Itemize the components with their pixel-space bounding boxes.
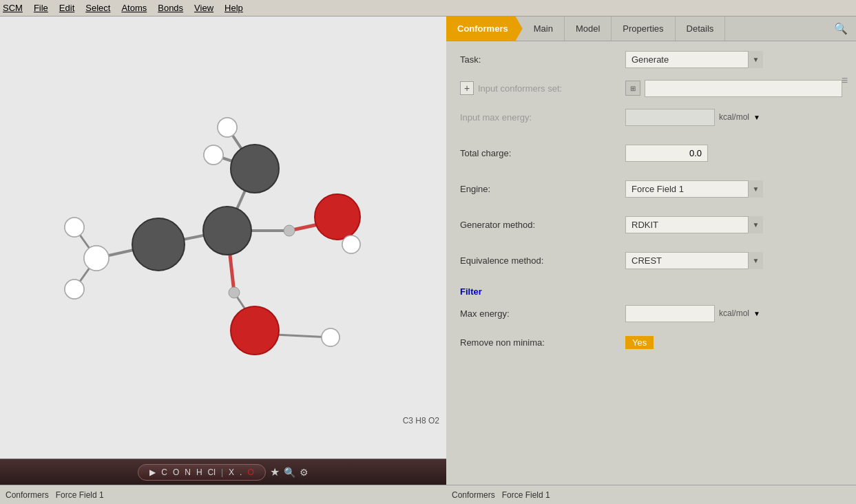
svg-point-26 bbox=[229, 287, 240, 298]
input-max-energy-field[interactable] bbox=[625, 109, 715, 126]
task-control: Generate ▼ bbox=[625, 51, 842, 68]
right-force-field-label: Force Field 1 bbox=[502, 490, 550, 500]
svg-point-34 bbox=[65, 280, 84, 299]
menu-view[interactable]: View bbox=[194, 3, 213, 13]
generator-method-label: Generator method: bbox=[460, 220, 625, 230]
svg-point-28 bbox=[204, 145, 223, 165]
settings-icon[interactable]: ≡ bbox=[842, 74, 848, 87]
menu-scm[interactable]: SCM bbox=[3, 3, 23, 13]
max-energy-control: kcal/mol ▼ bbox=[625, 305, 842, 322]
add-conformer-btn[interactable]: + bbox=[460, 81, 474, 95]
max-energy-field[interactable] bbox=[625, 305, 715, 322]
svg-point-32 bbox=[84, 246, 109, 271]
svg-point-23 bbox=[231, 145, 279, 193]
kcal-dropdown-icon[interactable]: ▼ bbox=[753, 114, 760, 121]
main-container: C3 H8 O2 ▶ C O N H Cl | X . O ★ 🔍 ⚙ Conf… bbox=[0, 17, 856, 504]
right-conformers-label: Conformers bbox=[452, 490, 495, 500]
svg-point-30 bbox=[342, 235, 360, 253]
left-panel: C3 H8 O2 ▶ C O N H Cl | X . O ★ 🔍 ⚙ Conf… bbox=[0, 17, 446, 504]
menu-edit[interactable]: Edit bbox=[59, 3, 74, 13]
menubar: SCM File Edit Select Atoms Bonds View He… bbox=[0, 0, 856, 17]
toolbar-x[interactable]: | bbox=[221, 468, 223, 477]
right-panel: Conformers Main Model Properties Details… bbox=[446, 17, 856, 504]
engine-label: Engine: bbox=[460, 184, 625, 194]
max-energy-row: Max energy: kcal/mol ▼ bbox=[460, 304, 842, 323]
generator-method-row: Generator method: RDKIT ▼ bbox=[460, 215, 842, 234]
toolbar-main-pill[interactable]: ▶ C O N H Cl | X . O bbox=[138, 464, 266, 481]
toolbar-o[interactable]: O bbox=[173, 468, 179, 477]
task-row: Task: Generate ▼ bbox=[460, 50, 842, 69]
svg-point-29 bbox=[218, 118, 237, 137]
equivalence-method-label: Equivalence method: bbox=[460, 255, 625, 266]
generator-select-wrapper: RDKIT ▼ bbox=[625, 216, 763, 233]
engine-control: Force Field 1 ▼ bbox=[625, 180, 842, 198]
remove-non-minima-row: Remove non minima: Yes bbox=[460, 333, 842, 352]
content-area: ≡ Task: Generate ▼ bbox=[446, 41, 856, 485]
menu-help[interactable]: Help bbox=[225, 3, 243, 13]
svg-point-31 bbox=[322, 328, 340, 346]
svg-point-25 bbox=[315, 194, 360, 240]
max-energy-suffix: kcal/mol bbox=[719, 112, 749, 122]
task-label: Task: bbox=[460, 54, 625, 65]
equivalence-method-control: CREST ▼ bbox=[625, 252, 842, 269]
left-bottom-bar: Conformers Force Field 1 bbox=[0, 485, 446, 504]
conformers-label: Conformers bbox=[6, 490, 49, 500]
input-conformers-label: + Input conformers set: bbox=[460, 81, 625, 95]
total-charge-control bbox=[625, 145, 842, 162]
input-conformers-control: ⊞ bbox=[625, 80, 842, 97]
tab-main[interactable]: Main bbox=[523, 17, 565, 41]
toolbar-n[interactable]: N bbox=[185, 468, 191, 477]
svg-point-27 bbox=[231, 306, 279, 355]
toolbar-cl[interactable]: Cl bbox=[208, 468, 216, 477]
toolbar-c[interactable]: C bbox=[161, 468, 167, 477]
menu-bonds[interactable]: Bonds bbox=[158, 3, 183, 13]
input-max-energy-label: Input max energy: bbox=[460, 112, 625, 123]
menu-atoms[interactable]: Atoms bbox=[121, 3, 147, 13]
toolbar-dot2[interactable]: . bbox=[240, 468, 242, 477]
max-energy-kcal-suffix: kcal/mol bbox=[719, 308, 749, 318]
mol-formula: C3 H8 O2 bbox=[403, 416, 439, 426]
yes-badge[interactable]: Yes bbox=[625, 336, 654, 349]
total-charge-input[interactable] bbox=[625, 145, 708, 162]
max-energy-dropdown-icon[interactable]: ▼ bbox=[753, 310, 760, 317]
tab-conformers[interactable]: Conformers bbox=[446, 17, 523, 41]
toolbar-h[interactable]: H bbox=[196, 468, 202, 477]
menu-select[interactable]: Select bbox=[85, 3, 110, 13]
mol-viewer: C3 H8 O2 bbox=[0, 17, 446, 459]
task-select[interactable]: Generate bbox=[625, 51, 763, 68]
force-field-label: Force Field 1 bbox=[56, 490, 104, 500]
engine-select-wrapper: Force Field 1 ▼ bbox=[625, 180, 763, 198]
menu-file[interactable]: File bbox=[34, 3, 48, 13]
input-conformers-row: + Input conformers set: ⊞ bbox=[460, 78, 842, 98]
engine-select[interactable]: Force Field 1 bbox=[625, 180, 763, 198]
svg-point-33 bbox=[65, 218, 84, 237]
equivalence-method-row: Equivalence method: CREST ▼ bbox=[460, 251, 842, 270]
svg-point-24 bbox=[284, 225, 295, 236]
tab-details[interactable]: Details bbox=[676, 17, 726, 41]
toolbar-dot[interactable]: X bbox=[229, 468, 234, 477]
input-conformers-text: Input conformers set: bbox=[478, 83, 562, 94]
bottom-toolbar: ▶ C O N H Cl | X . O ★ 🔍 ⚙ bbox=[0, 459, 446, 485]
input-max-energy-row: Input max energy: kcal/mol ▼ bbox=[460, 107, 842, 127]
generator-method-control: RDKIT ▼ bbox=[625, 216, 842, 233]
tab-properties[interactable]: Properties bbox=[612, 17, 675, 41]
svg-point-21 bbox=[132, 218, 185, 271]
equivalence-select-wrapper: CREST ▼ bbox=[625, 252, 763, 269]
equivalence-select[interactable]: CREST bbox=[625, 252, 763, 269]
star-icon[interactable]: ★ bbox=[270, 465, 280, 479]
tab-bar: Conformers Main Model Properties Details… bbox=[446, 17, 856, 41]
input-conformers-field[interactable] bbox=[645, 80, 842, 97]
svg-point-22 bbox=[203, 207, 251, 255]
grid-icon[interactable]: ⊞ bbox=[625, 81, 640, 96]
cursor-icon: ▶ bbox=[149, 468, 156, 477]
gear-icon[interactable]: ⚙ bbox=[300, 467, 309, 478]
total-charge-label: Total charge: bbox=[460, 148, 625, 158]
total-charge-row: Total charge: bbox=[460, 143, 842, 162]
input-max-energy-control: kcal/mol ▼ bbox=[625, 109, 842, 126]
search-icon[interactable]: 🔍 bbox=[284, 467, 295, 478]
tab-search-icon[interactable]: 🔍 bbox=[831, 19, 850, 38]
tab-model[interactable]: Model bbox=[565, 17, 612, 41]
filter-header: Filter bbox=[460, 286, 842, 297]
generator-select[interactable]: RDKIT bbox=[625, 216, 763, 233]
toolbar-o2[interactable]: O bbox=[247, 468, 253, 477]
